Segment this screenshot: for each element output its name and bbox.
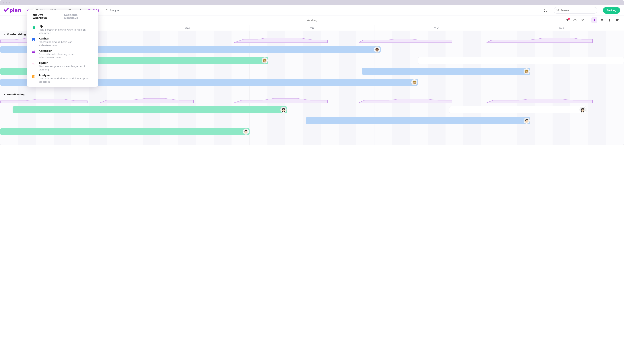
- svg-marker-17: [487, 38, 593, 43]
- list-icon: [31, 25, 36, 30]
- backlog-label: Backlog: [607, 9, 616, 12]
- svg-point-7: [574, 20, 575, 21]
- dropdown-tab-shared[interactable]: Gedeelde weergave: [64, 13, 92, 22]
- avatar: 👩🏼: [412, 79, 417, 85]
- svg-rect-4: [33, 38, 34, 40]
- traffic-light-min[interactable]: [6, 2, 7, 3]
- visibility-button[interactable]: [572, 17, 578, 23]
- dropdown-item-title: Lijst: [39, 25, 92, 28]
- dropdown-item-desc: Gedetailleerde planning in een kalenderw…: [39, 53, 92, 59]
- svg-point-8: [582, 20, 583, 21]
- tab-label: Analyse: [110, 9, 119, 12]
- search-input[interactable]: [561, 9, 595, 12]
- resources-button[interactable]: [607, 17, 613, 23]
- dropdown-item-desc: Strokenweergave voor een lange termijn p…: [39, 65, 92, 71]
- archive-button[interactable]: [614, 17, 620, 23]
- task-bar[interactable]: 👨🏻: [306, 117, 530, 124]
- brand-logo[interactable]: plan: [4, 7, 21, 13]
- svg-rect-13: [616, 20, 618, 21]
- svg-marker-20: [234, 98, 328, 103]
- filter-badge: 1: [568, 18, 570, 20]
- dropdown-item-desc: Plan, sorteer en filter je werk in rijen…: [39, 28, 92, 35]
- capacity-curve: [234, 97, 328, 103]
- new-view-dropdown: Nieuwe weergave Gedeelde weergave Lijst …: [27, 10, 98, 87]
- dropdown-item-desc: Procesplanning op basis van statuskolomm…: [39, 40, 92, 47]
- analytics-icon: [105, 9, 108, 12]
- svg-rect-11: [609, 19, 610, 22]
- group-name: Ontwikkeling: [7, 93, 25, 96]
- capacity-curve: [0, 97, 87, 103]
- svg-rect-3: [32, 38, 33, 41]
- svg-rect-5: [34, 38, 35, 41]
- svg-point-10: [602, 19, 603, 20]
- logo-check-icon: [4, 7, 9, 13]
- group-name: Voorbereiding: [7, 33, 26, 36]
- capacity-curve: [487, 37, 593, 43]
- dropdown-item-title: Analyse: [39, 74, 92, 77]
- dropdown-item-lijst[interactable]: Lijst Plan, sorteer en filter je werk in…: [27, 23, 98, 35]
- calendar-icon: [31, 50, 36, 54]
- task-bar[interactable]: [418, 57, 624, 64]
- avatar: 👩🏻: [580, 107, 586, 113]
- svg-marker-19: [100, 98, 193, 103]
- dropdown-item-kanban[interactable]: Kanban Procesplanning op basis van statu…: [27, 35, 98, 47]
- tab-analyse[interactable]: Analyse: [105, 9, 119, 12]
- dropdown-tabs: Nieuwe weergave Gedeelde weergave: [27, 10, 98, 23]
- svg-rect-12: [616, 19, 619, 20]
- task-bar[interactable]: 👩🏻: [449, 106, 586, 114]
- svg-marker-21: [359, 99, 452, 103]
- dropdown-tab-new[interactable]: Nieuwe weergave: [33, 13, 58, 22]
- svg-marker-22: [487, 99, 593, 103]
- analytics-icon: [31, 74, 36, 78]
- dropdown-item-title: Kalender: [39, 49, 92, 52]
- group-header-ontwikkeling[interactable]: ▾ Ontwikkeling: [0, 91, 624, 97]
- chevron-down-icon: ▾: [4, 33, 5, 36]
- dropdown-item-kalender[interactable]: Kalender Gedetailleerde planning in een …: [27, 47, 98, 59]
- capacity-curve: [487, 97, 593, 103]
- avatar: 👩🏼: [524, 68, 530, 74]
- chevron-down-icon: ▾: [4, 93, 5, 96]
- kanban-icon: [31, 38, 36, 42]
- brand-name: plan: [9, 7, 21, 13]
- settings-button[interactable]: [580, 17, 586, 23]
- week-col: W13: [250, 25, 374, 31]
- task-bar[interactable]: 👩🏼: [362, 68, 530, 75]
- dropdown-item-title: Tijdlijn: [39, 62, 92, 65]
- dropdown-item-analyse[interactable]: Analyse Leer van het verleden en anticip…: [27, 71, 98, 83]
- capacity-curve: [359, 37, 452, 43]
- traffic-light-max[interactable]: [9, 2, 10, 3]
- extensions-button[interactable]: [591, 17, 597, 23]
- capacity-curve: [234, 37, 328, 43]
- task-bar[interactable]: 👨🏻: [0, 128, 250, 135]
- search-icon: [556, 9, 559, 12]
- team-button[interactable]: [599, 17, 605, 23]
- avatar: 👩🏼: [262, 58, 268, 63]
- filter-button[interactable]: 1: [564, 17, 570, 23]
- week-col: W15: [499, 25, 624, 31]
- avatar: 👨🏻: [524, 118, 530, 124]
- dropdown-item-tijdlijn[interactable]: Tijdlijn Strokenweergave voor een lange …: [27, 59, 98, 71]
- backlog-button[interactable]: Backlog: [603, 7, 620, 14]
- dropdown-item-title: Kanban: [39, 37, 92, 40]
- timeline-icon: [31, 62, 36, 66]
- fullscreen-button[interactable]: [543, 8, 548, 13]
- dropdown-item-desc: Leer van het verleden en anticipeer op d…: [39, 77, 92, 83]
- search-box[interactable]: [554, 7, 598, 14]
- week-col: W14: [374, 25, 499, 31]
- week-col: W12: [125, 25, 250, 31]
- avatar: 🧔🏽: [374, 46, 380, 52]
- svg-rect-6: [32, 51, 35, 53]
- task-bar[interactable]: 👩🏻: [13, 106, 287, 114]
- capacity-curve: [100, 97, 193, 103]
- svg-marker-15: [234, 38, 328, 43]
- traffic-light-close[interactable]: [3, 2, 4, 3]
- window-titlebar: [0, 0, 624, 5]
- svg-point-9: [601, 19, 602, 20]
- svg-point-2: [557, 9, 559, 11]
- today-label[interactable]: Vandaag: [307, 19, 317, 22]
- svg-marker-16: [359, 39, 452, 43]
- capacity-curve: [359, 97, 452, 103]
- avatar: 👩🏻: [281, 107, 286, 113]
- app-window: plan Lijst Kanban Kalende: [0, 0, 624, 145]
- avatar: 👨🏻: [243, 129, 249, 135]
